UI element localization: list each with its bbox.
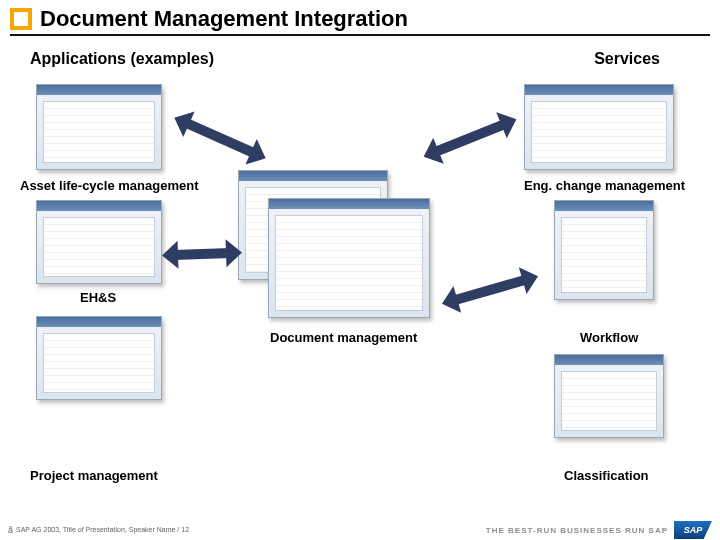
arrow-asset-to-center xyxy=(169,105,272,171)
footer: ãSAP AG 2003, Title of Presentation, Spe… xyxy=(0,520,720,540)
arrow-ehs-to-center xyxy=(162,239,243,270)
label-docmgmt: Document management xyxy=(270,330,417,345)
footer-tagline-wrap: THE BEST-RUN BUSINESSES RUN SAP SAP xyxy=(486,521,712,539)
sap-logo-icon: SAP xyxy=(674,521,712,539)
copyright-icon: ã xyxy=(8,525,13,535)
label-engchange: Eng. change management xyxy=(524,178,685,193)
heading-services: Services xyxy=(594,50,660,68)
label-classification: Classification xyxy=(564,468,649,483)
footer-copyright: ãSAP AG 2003, Title of Presentation, Spe… xyxy=(8,525,189,535)
label-workflow: Workflow xyxy=(580,330,638,345)
footer-tagline: THE BEST-RUN BUSINESSES RUN SAP xyxy=(486,526,668,535)
slide-title: Document Management Integration xyxy=(40,6,408,32)
title-bullet-icon xyxy=(10,8,32,30)
arrow-engchange-to-center xyxy=(418,106,521,169)
thumb-eng-change xyxy=(524,84,674,170)
title-divider xyxy=(10,34,710,36)
thumb-classification xyxy=(554,354,664,438)
thumb-workflow xyxy=(554,200,654,300)
thumb-asset-lifecycle xyxy=(36,84,162,170)
label-project: Project management xyxy=(30,468,158,483)
title-row: Document Management Integration xyxy=(0,0,720,34)
diagram-canvas: Applications (examples) Services Asset l… xyxy=(0,40,720,510)
footer-copyright-text: SAP AG 2003, Title of Presentation, Spea… xyxy=(16,526,189,533)
label-ehs: EH&S xyxy=(80,290,116,305)
heading-applications: Applications (examples) xyxy=(30,50,214,68)
sap-logo-text: SAP xyxy=(684,525,703,535)
thumb-doc-mgmt-front xyxy=(268,198,430,318)
arrow-workflow-to-center xyxy=(438,263,542,317)
label-asset: Asset life-cycle management xyxy=(20,178,198,193)
thumb-project-mgmt xyxy=(36,316,162,400)
thumb-ehs xyxy=(36,200,162,284)
